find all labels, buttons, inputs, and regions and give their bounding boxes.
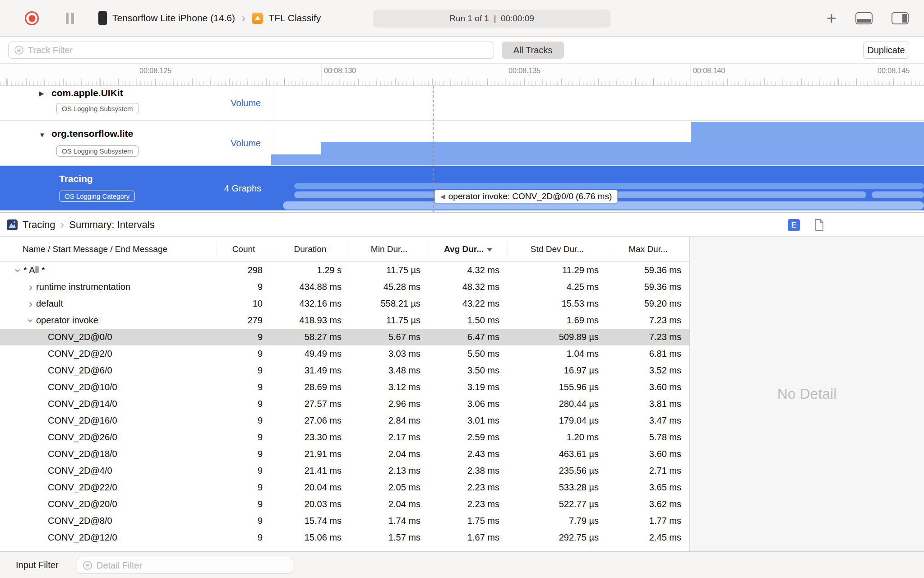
breadcrumb-leaf[interactable]: Summary: Intervals: [69, 219, 155, 231]
table-row[interactable]: CONV_2D@6/0931.49 ms3.48 ms3.50 ms16.97 …: [0, 362, 689, 379]
cell-count: 9: [217, 429, 271, 446]
table-row[interactable]: CONV_2D@0/0958.27 ms5.67 ms6.47 ms509.89…: [0, 329, 689, 345]
disclosure-collapsed-icon[interactable]: ›: [25, 298, 36, 309]
cell-min-duration: 5.67 ms: [350, 329, 429, 345]
target-selector[interactable]: Tensorflow Lite iPhone (14.6) › TFL Clas…: [98, 0, 321, 36]
track-header[interactable]: ▶ com.apple.UIKit OS Logging Subsystem V…: [0, 86, 271, 120]
cell-stddev-duration: 7.79 µs: [508, 513, 607, 529]
playhead-line[interactable]: [433, 86, 434, 212]
table-header: Name / Start Message / End Message Count…: [0, 237, 689, 262]
cell-max-duration: 3.60 ms: [607, 446, 689, 462]
row-name: CONV_2D@14/0: [48, 399, 117, 409]
cell-stddev-duration: 1.20 ms: [508, 429, 607, 446]
track-badge: OS Logging Category: [59, 191, 135, 202]
table-row[interactable]: CONV_2D@20/0920.03 ms2.04 ms2.23 ms522.7…: [0, 496, 689, 513]
cell-count: 9: [217, 329, 271, 345]
toggle-right-pane-button[interactable]: [892, 12, 909, 24]
ruler-gridline: [137, 64, 137, 85]
add-instrument-button[interactable]: +: [827, 9, 836, 27]
sort-descending-icon: [487, 248, 492, 252]
column-header-avg[interactable]: Avg Dur...: [429, 237, 508, 261]
table-body: ›* All *2981.29 s11.75 µs4.32 ms11.29 ms…: [0, 262, 689, 546]
detail-filter-input[interactable]: [97, 560, 287, 571]
cell-count: 10: [217, 295, 271, 312]
track-com-apple-uikit[interactable]: ▶ com.apple.UIKit OS Logging Subsystem V…: [0, 86, 924, 121]
row-name: runtime instrumentation: [36, 282, 130, 292]
row-name: CONV_2D@18/0: [48, 449, 117, 459]
pause-button[interactable]: [66, 13, 74, 24]
column-header-count[interactable]: Count: [217, 237, 271, 261]
cell-count: 9: [217, 279, 271, 295]
table-row[interactable]: CONV_2D@8/0915.74 ms1.74 ms1.75 ms7.79 µ…: [0, 513, 689, 529]
table-row[interactable]: CONV_2D@10/0928.69 ms3.12 ms3.19 ms155.9…: [0, 379, 689, 396]
column-header-duration[interactable]: Duration: [271, 237, 350, 261]
breadcrumb-root[interactable]: Tracing: [23, 219, 55, 231]
disclosure-collapsed-icon[interactable]: ›: [25, 282, 36, 293]
track-filter-field[interactable]: [8, 42, 494, 59]
track-header[interactable]: Tracing OS Logging Category 4 Graphs: [0, 166, 271, 210]
cell-count: 9: [217, 496, 271, 513]
row-name-cell: CONV_2D@8/0: [0, 513, 217, 529]
toggle-bottom-pane-button[interactable]: [855, 12, 873, 24]
duplicate-button[interactable]: Duplicate: [863, 42, 909, 59]
table-row[interactable]: CONV_2D@12/0915.06 ms1.57 ms1.67 ms292.7…: [0, 529, 689, 546]
track-header[interactable]: ▼ org.tensorflow.lite OS Logging Subsyst…: [0, 121, 271, 165]
cell-avg-duration: 3.50 ms: [429, 362, 508, 379]
column-header-max[interactable]: Max Dur...: [607, 237, 689, 261]
table-row[interactable]: CONV_2D@18/0921.91 ms2.04 ms2.43 ms463.6…: [0, 446, 689, 462]
cell-duration: 15.74 ms: [271, 513, 350, 529]
expanded-detail-button[interactable]: E: [788, 219, 800, 231]
cell-duration: 27.06 ms: [271, 412, 350, 429]
column-header-min[interactable]: Min Dur...: [350, 237, 429, 261]
cell-avg-duration: 3.06 ms: [429, 396, 508, 412]
cell-count: 9: [217, 462, 271, 479]
timeline-ruler[interactable]: 00:08.12500:08.13000:08.13500:08.14000:0…: [0, 64, 924, 86]
cell-avg-duration: 4.32 ms: [429, 262, 508, 279]
table-row[interactable]: CONV_2D@4/0921.41 ms2.13 ms2.38 ms235.56…: [0, 462, 689, 479]
disclosure-expanded-icon[interactable]: ›: [13, 265, 23, 276]
cell-duration: 1.29 s: [271, 262, 350, 279]
ruler-label: 00:08.140: [693, 67, 725, 75]
table-row[interactable]: CONV_2D@26/0923.30 ms2.17 ms2.59 ms1.20 …: [0, 429, 689, 446]
table-row[interactable]: CONV_2D@22/0920.04 ms2.05 ms2.23 ms533.2…: [0, 479, 689, 496]
disclosure-expanded-icon[interactable]: ▼: [39, 131, 46, 139]
row-name-cell: CONV_2D@0/0: [0, 329, 217, 345]
table-row[interactable]: ›operator invoke279418.93 ms11.75 µs1.50…: [0, 312, 689, 329]
document-button[interactable]: [815, 219, 824, 233]
row-name: CONV_2D@0/0: [48, 332, 112, 342]
table-row[interactable]: CONV_2D@2/0949.49 ms3.03 ms5.50 ms1.04 m…: [0, 345, 689, 362]
track-filter-input[interactable]: [28, 45, 488, 56]
disclosure-expanded-icon[interactable]: ›: [25, 315, 36, 326]
row-name: CONV_2D@4/0: [48, 466, 112, 476]
cell-count: 9: [217, 479, 271, 496]
column-header-name[interactable]: Name / Start Message / End Message: [0, 237, 217, 261]
table-row[interactable]: CONV_2D@14/0927.57 ms2.96 ms3.06 ms280.4…: [0, 396, 689, 412]
table-row[interactable]: ›runtime instrumentation9434.88 ms45.28 …: [0, 279, 689, 295]
target-device-label: Tensorflow Lite iPhone (14.6): [112, 13, 235, 23]
track-name: com.apple.UIKit: [51, 88, 123, 98]
cell-duration: 31.49 ms: [271, 362, 350, 379]
cell-max-duration: 7.23 ms: [607, 329, 689, 345]
cell-stddev-duration: 11.29 ms: [508, 262, 607, 279]
cell-avg-duration: 2.23 ms: [429, 479, 508, 496]
record-button[interactable]: [25, 11, 39, 25]
all-tracks-button[interactable]: All Tracks: [502, 42, 564, 59]
cell-duration: 20.04 ms: [271, 479, 350, 496]
disclosure-collapsed-icon[interactable]: ▶: [39, 89, 44, 98]
cell-max-duration: 3.60 ms: [607, 379, 689, 396]
toolbar-right-tools: +: [827, 0, 909, 36]
track-org-tensorflow-lite[interactable]: ▼ org.tensorflow.lite OS Logging Subsyst…: [0, 121, 924, 166]
detail-pane-header: Tracing › Summary: Intervals E: [0, 212, 924, 237]
table-row[interactable]: ›* All *2981.29 s11.75 µs4.32 ms11.29 ms…: [0, 262, 689, 279]
cell-max-duration: 3.47 ms: [607, 412, 689, 429]
cell-stddev-duration: 15.53 ms: [508, 295, 607, 312]
cell-count: 9: [217, 379, 271, 396]
ruler-gridline: [875, 64, 875, 85]
table-row[interactable]: ›default10432.16 ms558.21 µs43.22 ms15.5…: [0, 295, 689, 312]
row-name-cell: ›operator invoke: [0, 312, 217, 329]
row-name: CONV_2D@8/0: [48, 516, 112, 526]
table-row[interactable]: CONV_2D@16/0927.06 ms2.84 ms3.01 ms179.0…: [0, 412, 689, 429]
detail-filter-field[interactable]: [77, 557, 293, 574]
track-tracing[interactable]: Tracing OS Logging Category 4 Graphs ◀ o…: [0, 166, 924, 210]
column-header-stddev[interactable]: Std Dev Dur...: [508, 237, 607, 261]
